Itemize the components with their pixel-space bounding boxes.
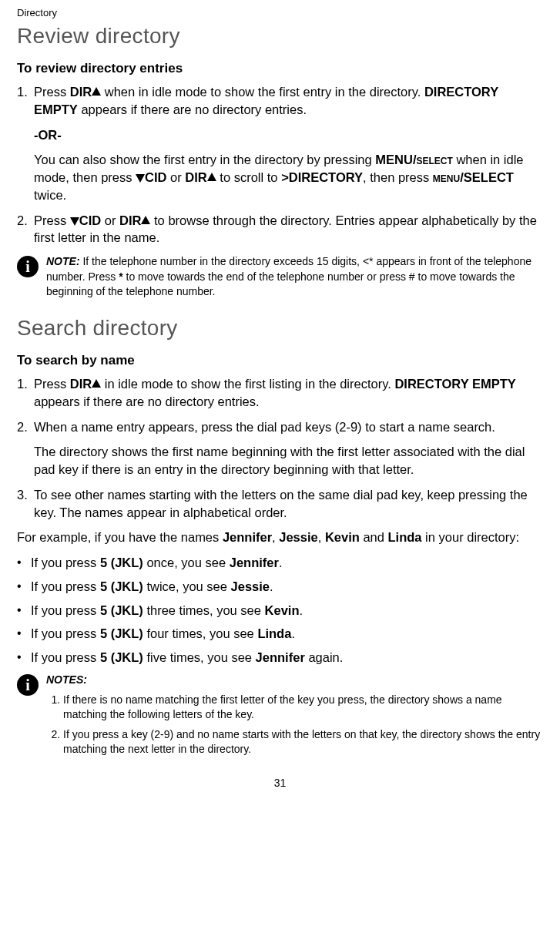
step-number: 2. — [17, 212, 28, 230]
note-label: NOTE: — [46, 255, 80, 267]
info-icon — [17, 256, 39, 277]
example-intro: For example, if you have the names Jenni… — [17, 529, 543, 546]
step-number: 1. — [17, 83, 28, 101]
example-name: Jennifer — [223, 530, 272, 544]
alt-instruction: You can also show the first entry in the… — [34, 151, 543, 203]
example-name: Linda — [388, 530, 422, 544]
result-name: Kevin — [265, 603, 300, 617]
text: Press — [34, 377, 70, 391]
note-item: If you press a key (2-9) and no name sta… — [63, 727, 543, 757]
step-2-detail: The directory shows the first name begin… — [34, 443, 543, 478]
step-2: 2. When a name entry appears, press the … — [17, 418, 543, 478]
text: If you press — [31, 603, 100, 617]
text: , then press — [363, 170, 433, 184]
text: twice. — [34, 188, 66, 202]
key-cid: CID — [79, 213, 101, 227]
search-steps: 1. Press DIR in idle mode to show the fi… — [17, 375, 543, 521]
text: If you press — [31, 579, 100, 593]
up-arrow-icon — [141, 216, 150, 224]
info-icon — [17, 674, 39, 696]
text: or — [101, 213, 119, 227]
list-item: If you press 5 (JKL) four times, you see… — [17, 625, 543, 643]
text: Press — [34, 85, 70, 99]
directory-empty-label: DIRECTORY EMPTY — [394, 377, 515, 391]
step-number: 1. — [17, 375, 28, 393]
example-name: Kevin — [325, 530, 360, 544]
text: in your directory: — [422, 530, 520, 544]
key-dir: DIR — [70, 377, 92, 391]
step-1: 1. Press DIR when in idle mode to show t… — [17, 83, 543, 204]
text: . — [270, 579, 273, 593]
key-5jkl: 5 (JKL) — [100, 556, 143, 569]
step-2: 2. Press CID or DIR to browse through th… — [17, 212, 543, 247]
step-1: 1. Press DIR in idle mode to show the fi… — [17, 375, 543, 411]
or-label: -OR- — [34, 128, 62, 142]
step-3: 3. To see other names starting with the … — [17, 486, 543, 522]
notes-label: NOTES: — [46, 673, 87, 686]
text: twice, you see — [143, 579, 231, 593]
text: . — [279, 556, 283, 569]
notes-block: NOTES: If there is no name matching the … — [17, 673, 543, 762]
note-body: NOTE: If the telephone number in the dir… — [46, 254, 543, 300]
key-menu-select: menu/SELECT — [433, 170, 514, 184]
down-arrow-icon — [136, 174, 145, 183]
text: five times, you see — [143, 650, 256, 664]
text: to scroll to — [216, 170, 281, 184]
text: once, you see — [143, 556, 230, 569]
example-name: Jessie — [279, 530, 317, 544]
note-item: If there is no name matching the first l… — [63, 693, 543, 723]
key-dir: DIR — [185, 170, 206, 184]
key-cid: CID — [145, 170, 166, 184]
text: When a name entry appears, press the dia… — [34, 420, 495, 434]
key-5jkl: 5 (JKL) — [100, 650, 143, 664]
key-5jkl: 5 (JKL) — [100, 626, 143, 640]
text: three times, you see — [143, 603, 265, 617]
text: , — [272, 530, 279, 544]
list-item: If you press 5 (JKL) three times, you se… — [17, 602, 543, 619]
text: and — [360, 530, 388, 544]
review-steps: 1. Press DIR when in idle mode to show t… — [17, 83, 543, 247]
key-dir: DIR — [70, 85, 92, 99]
step-number: 2. — [17, 418, 28, 436]
text: Press — [34, 213, 70, 227]
text: If you press — [31, 650, 100, 664]
text: If you press — [31, 626, 100, 640]
up-arrow-icon — [92, 379, 101, 388]
text: , — [318, 530, 325, 544]
page-number: 31 — [17, 776, 543, 791]
text: when in idle mode to show the first entr… — [101, 85, 424, 99]
subtitle-search: To search by name — [17, 351, 543, 369]
down-arrow-icon — [70, 217, 79, 226]
example-bullets: If you press 5 (JKL) once, you see Jenni… — [17, 554, 543, 666]
list-item: If you press 5 (JKL) once, you see Jenni… — [17, 554, 543, 572]
section-title-search: Search directory — [17, 314, 543, 344]
section-title-review: Review directory — [17, 22, 543, 52]
text: or — [167, 170, 186, 184]
result-name: Jennifer — [256, 650, 305, 664]
text: in idle mode to show the first listing i… — [101, 377, 394, 391]
breadcrumb: Directory — [17, 6, 543, 20]
subtitle-review: To review directory entries — [17, 59, 543, 77]
result-name: Jessie — [231, 579, 270, 593]
key-menu: MENU/select — [375, 153, 453, 166]
up-arrow-icon — [207, 173, 216, 181]
list-item: If you press 5 (JKL) five times, you see… — [17, 649, 543, 666]
list-item: If you press 5 (JKL) twice, you see Jess… — [17, 578, 543, 596]
result-name: Linda — [257, 626, 291, 640]
text: again. — [305, 650, 344, 664]
result-name: Jennifer — [230, 556, 279, 569]
up-arrow-icon — [92, 87, 101, 96]
text: For example, if you have the names — [17, 530, 223, 544]
text: . — [299, 603, 303, 617]
text: appears if there are no directory entrie… — [34, 394, 260, 408]
key-dir: DIR — [119, 213, 141, 227]
key-5jkl: 5 (JKL) — [100, 579, 143, 593]
text: If you press — [31, 556, 100, 569]
text: You can also show the first entry in the… — [34, 153, 375, 166]
text: To see other names starting with the let… — [34, 488, 528, 519]
text: four times, you see — [143, 626, 258, 640]
notes-body: NOTES: If there is no name matching the … — [46, 673, 543, 762]
text: . — [291, 626, 295, 640]
key-5jkl: 5 (JKL) — [100, 603, 143, 617]
step-number: 3. — [17, 486, 28, 504]
